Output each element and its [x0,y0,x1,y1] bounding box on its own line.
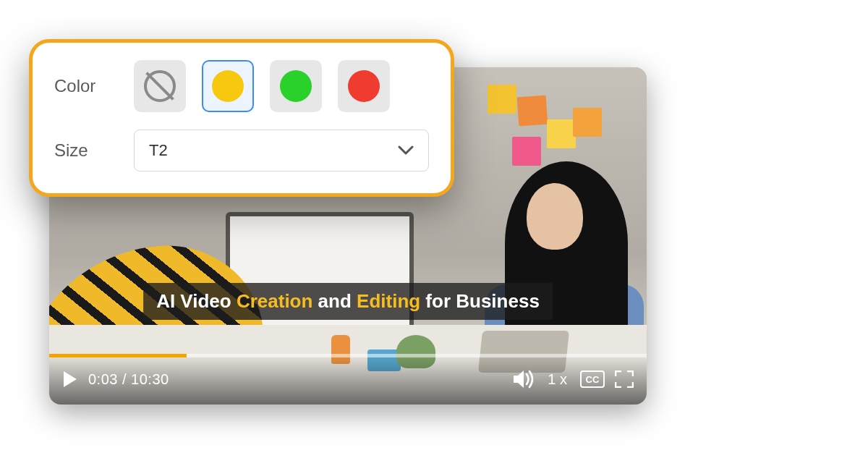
sticky-note [547,119,576,148]
color-dot [348,70,380,102]
color-swatch-yellow[interactable] [202,60,254,112]
sticky-note [573,108,602,137]
color-dot [212,70,244,102]
color-row: Color [54,60,429,112]
color-swatch-none[interactable] [134,60,186,112]
captions-button[interactable]: CC [580,370,605,388]
sticky-note [517,96,548,127]
subtitle-text: and [312,290,357,312]
color-row-label: Color [54,76,115,96]
caption-style-popover: Color Size T2 [29,39,454,197]
subtitle-text: AI Video [156,290,237,312]
subtitle-text: for Business [420,290,540,312]
time-display: 0:03 / 10:30 [88,371,169,388]
size-select[interactable]: T2 [134,130,429,171]
subtitle-highlight: Creation [237,290,312,312]
progress-fill [49,354,187,357]
progress-bar[interactable] [49,354,647,357]
color-swatch-red[interactable] [338,60,390,112]
subtitle-highlight: Editing [357,290,420,312]
color-dot [280,70,312,102]
fullscreen-icon[interactable] [615,370,634,388]
volume-icon[interactable] [513,370,535,389]
playback-speed[interactable]: 1 x [545,371,570,388]
play-icon[interactable] [62,370,78,388]
color-swatch-group [134,60,390,112]
sticky-note [488,85,516,114]
cc-icon: CC [580,370,605,388]
size-row-label: Size [54,140,115,161]
color-swatch-green[interactable] [270,60,322,112]
size-select-value: T2 [149,141,168,160]
no-color-icon [144,70,176,102]
player-controls: 0:03 / 10:30 1 x CC [49,354,647,404]
sticky-note [512,137,541,166]
chevron-down-icon [398,141,414,160]
size-row: Size T2 [54,130,429,171]
subtitle-overlay: AI Video Creation and Editing for Busine… [143,283,553,320]
person [527,183,583,250]
